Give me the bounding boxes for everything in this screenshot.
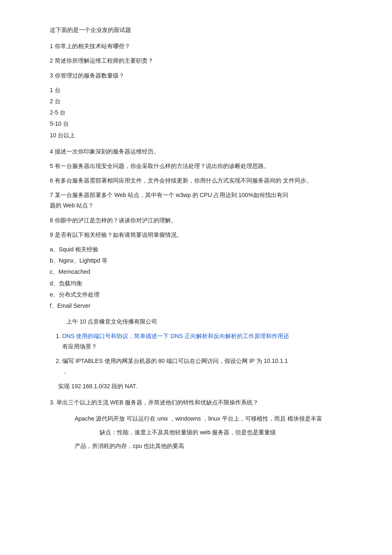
q7-line1: 7 某一台服务器部署多个 Web 站点，其中有一个 w3wp 的 CPU 占用达… xyxy=(50,190,359,200)
option-memcached: c、Memcached xyxy=(50,267,359,277)
apache-fault: 缺点：性能，速度上不及其他轻量级的 web 服务器，但是也是重量级 xyxy=(50,427,359,438)
question-1: 1 你常上的相关技术站有哪些？ xyxy=(50,41,359,51)
page-content: 这下面的是一个企业发的面试题 1 你常上的相关技术站有哪些？ 2 简述你所理解运… xyxy=(50,25,359,452)
option-squid: a、Squid 相关经验 xyxy=(50,244,359,255)
item2-text-line1: 编写 IPTABLES 使用内网某台机器的 80 端口可以在公网访问，假设公网 … xyxy=(62,358,288,364)
question-4: 4 描述一次你印象深刻的服务器运维经历。 xyxy=(50,146,359,157)
option-25-server: 2-5 台 xyxy=(50,107,359,118)
option-nginx: b、Nginx、Lighttpd 等 xyxy=(50,256,359,266)
question-8: 8 你眼中的泸江是怎样的？谈谈你对泸江的理解。 xyxy=(50,215,359,226)
question-5: 5 有一台服务器出现安全问题，你会采取什么样的方法处理？说出你的诊断处理思路。 xyxy=(50,161,359,171)
list-item-2: 编写 IPTABLES 使用内网某台机器的 80 端口可以在公网访问，假设公网 … xyxy=(62,356,359,377)
option-loadbalance: d、负载均衡 xyxy=(50,278,359,289)
apache-line1: Apache 源代码开放 可以运行在 unix ，windowns ，linux… xyxy=(50,414,359,424)
item1-text-line1: DNS 使用的端口号和协议，简单描述一下 DNS 正向解析和反向解析的工作原理和… xyxy=(62,333,289,339)
apache-line3: 产品，所消耗的内存，cpu 也比其他的要高 xyxy=(50,441,359,451)
list-item-1: DNS 使用的端口号和协议，简单描述一下 DNS 正向解析和反向解析的工作原理和… xyxy=(62,331,359,352)
item3-text: 3. 举出三个以上的主流 WEB 服务器，并简述他们的特性和优缺点不限操作系统？ xyxy=(50,397,359,408)
nat-line: 实现 192.168.1.0/32 段的 NAT. xyxy=(58,381,359,392)
question-6: 6 有多台服务器需部署相同应用文件，文件会持续更新，你用什么方式实现不同服务器间… xyxy=(50,175,359,186)
option-2-server: 2 台 xyxy=(50,96,359,107)
option-distributed: e、分布式文件处理 xyxy=(50,290,359,300)
q7-line2: 题的 Web 站点？ xyxy=(50,200,359,211)
question-3: 3 你管理过的服务器数量级？ xyxy=(50,71,359,81)
option-510-server: 5-10 台 xyxy=(50,119,359,129)
question-7: 7 某一台服务器部署多个 Web 站点，其中有一个 w3wp 的 CPU 占用达… xyxy=(50,190,359,211)
numbered-list: DNS 使用的端口号和协议，简单描述一下 DNS 正向解析和反向解析的工作原理和… xyxy=(50,331,359,377)
company-header: 上午 10 点音橡音文化传播有限公司 xyxy=(50,317,359,327)
option-email-server: f、Email Server xyxy=(50,301,359,311)
item2-text-line2: ， xyxy=(62,368,68,375)
question-9: 9 是否有以下相关经验？如有请简要说明掌握情况。 xyxy=(50,230,359,240)
intro-text: 这下面的是一个企业发的面试题 xyxy=(50,25,359,35)
option-10plus-server: 10 台以上 xyxy=(50,130,359,141)
item1-text-line2: 有应用场景？ xyxy=(62,343,97,350)
option-1-server: 1 台 xyxy=(50,85,359,95)
question-2: 2 简述你所理解运维工程师的主要职责？ xyxy=(50,56,359,66)
